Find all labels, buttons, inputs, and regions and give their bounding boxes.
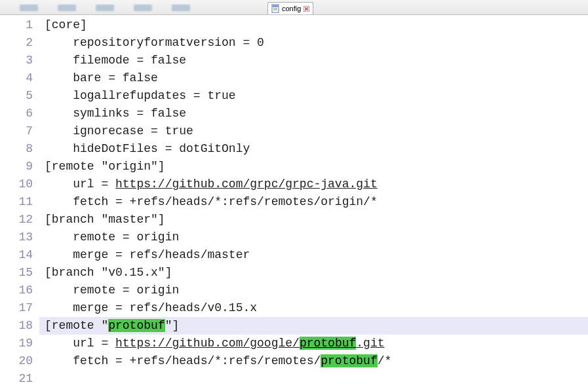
line-number: 18 <box>0 317 33 335</box>
tab-config[interactable]: config <box>267 2 313 14</box>
code-line[interactable] <box>39 370 588 388</box>
line-number: 10 <box>0 176 33 193</box>
code-text: bare = false <box>73 71 158 84</box>
code-text: [branch "v0.15.x"] <box>45 266 172 279</box>
code-text: hideDotFiles = dotGitOnly <box>73 142 250 155</box>
line-number: 12 <box>0 211 33 229</box>
code-text: url = <box>73 177 115 191</box>
code-line[interactable]: [remote "origin"] <box>39 158 588 176</box>
code-line[interactable]: [core] <box>39 16 588 34</box>
close-icon[interactable] <box>303 5 310 12</box>
code-text: ignorecase = true <box>73 124 193 138</box>
code-line[interactable]: merge = refs/heads/master <box>39 246 588 264</box>
code-text: [remote "origin"] <box>45 160 165 173</box>
line-number: 13 <box>0 229 33 246</box>
line-number: 21 <box>0 370 33 388</box>
code-line[interactable]: logallrefupdates = true <box>39 87 588 105</box>
line-number: 15 <box>0 264 33 282</box>
line-number: 20 <box>0 352 33 370</box>
code-line[interactable]: url = https://github.com/grpc/grpc-java.… <box>39 176 588 193</box>
line-number: 8 <box>0 140 33 158</box>
blurred-placeholder <box>20 5 38 11</box>
code-text: logallrefupdates = true <box>73 89 235 102</box>
line-number: 4 <box>0 69 33 87</box>
code-line[interactable]: url = https://github.com/google/protobuf… <box>39 335 588 352</box>
code-line[interactable]: remote = origin <box>39 282 588 299</box>
line-number: 2 <box>0 34 33 52</box>
code-text: fetch = +refs/heads/*:refs/remotes/origi… <box>73 195 377 208</box>
code-text: symlinks = false <box>73 107 186 120</box>
blurred-placeholder <box>134 5 152 11</box>
code-line[interactable]: ignorecase = true <box>39 122 588 140</box>
code-line[interactable]: fetch = +refs/heads/*:refs/remotes/proto… <box>39 352 588 370</box>
code-line[interactable]: [remote "protobuf"] <box>39 317 588 335</box>
code-line[interactable]: [branch "master"] <box>39 211 588 229</box>
code-line[interactable]: hideDotFiles = dotGitOnly <box>39 140 588 158</box>
file-icon <box>271 4 280 13</box>
code-line[interactable]: remote = origin <box>39 229 588 246</box>
line-number: 16 <box>0 282 33 299</box>
blurred-placeholder <box>172 5 190 11</box>
line-number: 11 <box>0 193 33 211</box>
code-text: remote = origin <box>73 284 179 297</box>
editor-tabbar: config <box>0 0 588 15</box>
url-link[interactable]: .git <box>356 337 384 350</box>
blurred-placeholder <box>96 5 114 11</box>
line-number: 5 <box>0 87 33 105</box>
code-editor[interactable]: 123456789101112131415161718192021 [core]… <box>0 15 588 391</box>
code-text: repositoryformatversion = 0 <box>73 36 264 49</box>
code-text: merge = refs/heads/master <box>73 248 250 261</box>
line-number-gutter: 123456789101112131415161718192021 <box>0 15 39 391</box>
inactive-tabs-area <box>0 0 267 15</box>
line-number: 19 <box>0 335 33 352</box>
code-line[interactable]: [branch "v0.15.x"] <box>39 264 588 282</box>
line-number: 14 <box>0 246 33 264</box>
tab-label: config <box>282 5 301 12</box>
code-line[interactable]: merge = refs/heads/v0.15.x <box>39 299 588 317</box>
code-area[interactable]: [core]repositoryformatversion = 0filemod… <box>39 15 588 391</box>
code-text: remote = origin <box>73 231 179 244</box>
code-text: url = <box>73 337 115 350</box>
line-number: 6 <box>0 105 33 122</box>
line-number: 9 <box>0 158 33 176</box>
highlight-occurrence[interactable]: protobuf <box>300 337 356 350</box>
line-number: 3 <box>0 52 33 69</box>
code-line[interactable]: repositoryformatversion = 0 <box>39 34 588 52</box>
line-number: 17 <box>0 299 33 317</box>
line-number: 1 <box>0 16 33 34</box>
svg-rect-1 <box>273 5 278 7</box>
code-text: fetch = +refs/heads/*:refs/remotes/ <box>73 354 321 367</box>
highlight-occurrence: protobuf <box>321 354 377 367</box>
code-line[interactable]: filemode = false <box>39 52 588 69</box>
highlight-occurrence: protobuf <box>108 319 165 332</box>
line-number: 7 <box>0 122 33 140</box>
code-line[interactable]: fetch = +refs/heads/*:refs/remotes/origi… <box>39 193 588 211</box>
code-text: merge = refs/heads/v0.15.x <box>73 301 257 314</box>
code-text: /* <box>378 354 392 367</box>
code-line[interactable]: symlinks = false <box>39 105 588 122</box>
code-text: filemode = false <box>73 54 186 67</box>
url-link[interactable]: https://github.com/google/ <box>115 337 300 350</box>
url-link[interactable]: https://github.com/grpc/grpc-java.git <box>115 177 378 191</box>
code-line[interactable]: bare = false <box>39 69 588 87</box>
code-text: [branch "master"] <box>45 213 165 226</box>
code-text: [core] <box>45 18 87 31</box>
code-text: "] <box>165 319 180 332</box>
blurred-placeholder <box>58 5 76 11</box>
code-text: [remote " <box>45 319 108 332</box>
